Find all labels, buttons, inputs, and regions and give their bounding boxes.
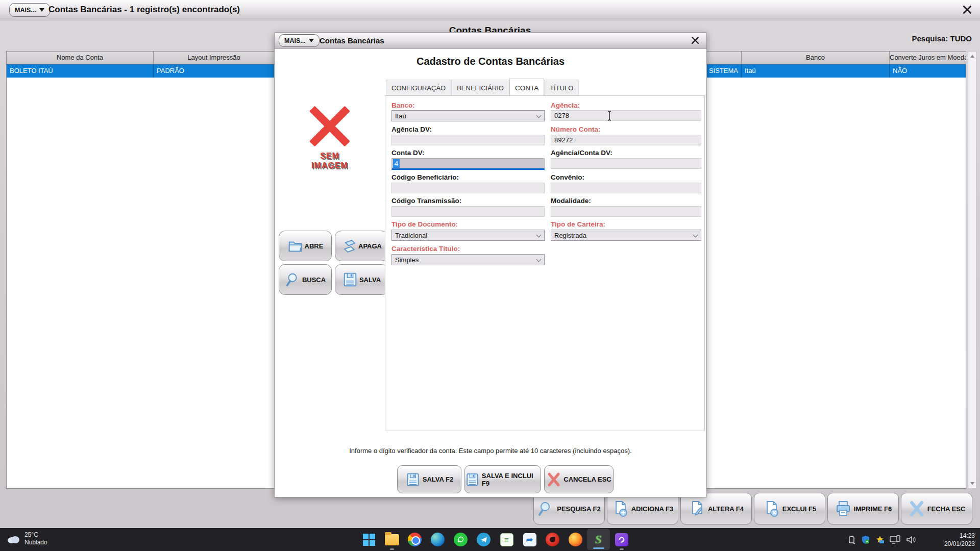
table-vertical-scrollbar[interactable]: [968, 51, 976, 489]
caracteristica-titulo-select[interactable]: Simples: [391, 254, 545, 265]
dialog-heading: Cadastro de Contas Bancárias: [275, 56, 706, 67]
scroll-up-button[interactable]: [968, 52, 976, 60]
column-header-nome-da-conta[interactable]: Nome da Conta: [7, 52, 154, 64]
agencia-dv-input[interactable]: [391, 135, 545, 145]
convenio-input[interactable]: [551, 183, 701, 193]
salva-e-inclui-button[interactable]: SALVA E INCLUI F9: [464, 465, 541, 493]
no-image-text-line1: SEM: [289, 151, 371, 161]
taskbar: 25°C Nublado ≡ ➦ S: [0, 528, 980, 551]
column-header-banco[interactable]: Banco: [742, 52, 890, 64]
codigo-beneficiario-input[interactable]: [391, 183, 545, 193]
main-more-button[interactable]: MAIS...: [9, 3, 50, 17]
cell-nome-da-conta: BOLETO ITAÚ: [7, 64, 154, 78]
modalidade-input[interactable]: [551, 206, 701, 217]
column-header-converte-juros[interactable]: Converte Juros em Moeda: [890, 52, 966, 64]
whatsapp-button[interactable]: [449, 528, 472, 551]
share-app-button[interactable]: ➦: [518, 528, 541, 551]
start-button[interactable]: [357, 528, 380, 551]
cancela-button[interactable]: CANCELA ESC: [544, 465, 614, 493]
whatsapp-icon: [454, 533, 468, 546]
salva-f2-button[interactable]: SALVA F2: [397, 465, 461, 493]
taskbar-icons: ≡ ➦ S: [357, 528, 633, 551]
tipo-carteira-label: Tipo de Carteira:: [551, 220, 701, 228]
network-display-icon[interactable]: [890, 535, 901, 544]
page-add-icon: [612, 500, 629, 517]
red-app-icon: [546, 533, 559, 546]
codigo-transmissao-input[interactable]: [391, 206, 545, 217]
agencia-input[interactable]: [551, 110, 701, 121]
folder-icon: [385, 534, 399, 545]
no-image-x-icon: [308, 104, 352, 148]
altera-button[interactable]: ALTERA F4: [680, 493, 752, 524]
conta-dv-input[interactable]: 4: [391, 158, 545, 170]
modalidade-label: Modalidade:: [551, 197, 701, 205]
dialog-action-buttons: SALVA F2 SALVA E INCLUI F9 CANCELA ESC: [397, 465, 614, 493]
weather-widget[interactable]: 25°C Nublado: [6, 531, 47, 546]
text-cursor: [606, 110, 612, 121]
agencia-conta-dv-input[interactable]: [551, 158, 701, 169]
dialog-more-button[interactable]: MAIS...: [279, 34, 320, 47]
arrow-up-icon: [970, 55, 974, 58]
star-notification-icon[interactable]: [875, 535, 885, 544]
notes-app-icon: ≡: [500, 533, 513, 546]
abre-button[interactable]: ABRE: [279, 231, 332, 261]
chrome-button[interactable]: [403, 528, 426, 551]
apaga-button[interactable]: APAGA: [335, 231, 388, 261]
cancela-label: CANCELA ESC: [564, 475, 611, 483]
page-edit-icon: [689, 500, 706, 517]
telegram-button[interactable]: [472, 528, 495, 551]
taskbar-clock[interactable]: 14:23 20/01/2023: [944, 532, 975, 548]
caracteristica-titulo-select-value: Simples: [395, 256, 419, 264]
clock-time: 14:23: [944, 532, 975, 540]
imprime-button[interactable]: IMPRIME F6: [827, 493, 899, 524]
tab-conta[interactable]: CONTA: [509, 79, 544, 97]
tab-titulo[interactable]: TÍTULO: [544, 80, 579, 96]
firefox-button[interactable]: [564, 528, 587, 551]
pesquisa-button[interactable]: PESQUISA F2: [533, 493, 605, 524]
tipo-documento-select[interactable]: Tradicional: [391, 230, 545, 241]
active-app-button[interactable]: S: [587, 529, 610, 550]
salva-button-label: SALVA: [359, 276, 381, 284]
edge-button[interactable]: [426, 528, 449, 551]
usb-device-icon[interactable]: [848, 535, 856, 544]
chevron-down-icon: [39, 8, 44, 12]
close-icon: [962, 4, 973, 15]
abre-button-label: ABRE: [305, 242, 324, 250]
dialog-more-button-label: MAIS...: [284, 37, 306, 44]
banco-select[interactable]: Itaú: [391, 110, 545, 121]
tipo-carteira-select[interactable]: Registrada: [551, 230, 701, 241]
search-scope-label: Pesquisa: TUDO: [912, 34, 972, 43]
speaker-icon[interactable]: [906, 535, 916, 544]
chevron-down-icon: [536, 113, 542, 118]
chevron-down-icon: [536, 233, 542, 238]
weather-temp: 25°C: [24, 531, 47, 539]
caracteristica-titulo-label: Característica Título:: [391, 245, 545, 253]
notes-app-button[interactable]: ≡: [495, 528, 518, 551]
clock-date: 20/01/2023: [944, 540, 975, 548]
chrome-icon: [408, 533, 422, 546]
agencia-label: Agência:: [551, 102, 701, 109]
system-tray: [848, 528, 916, 551]
adiciona-button[interactable]: ADICIONA F3: [607, 493, 678, 524]
clipchamp-button[interactable]: [610, 528, 633, 551]
column-header-layout-impressao[interactable]: Layout Impressão: [154, 52, 275, 64]
tab-configuracao[interactable]: CONFIGURAÇÃO: [386, 80, 451, 96]
window-close-button[interactable]: [962, 4, 973, 15]
cadastro-dialog: MAIS... Contas Bancárias Cadastro de Con…: [274, 32, 707, 497]
tab-beneficiario[interactable]: BENEFICIÁRIO: [451, 80, 509, 96]
file-explorer-button[interactable]: [380, 528, 403, 551]
dialog-titlebar: MAIS... Contas Bancárias: [275, 33, 706, 49]
numero-conta-input[interactable]: [551, 135, 701, 145]
chevron-down-icon: [309, 39, 314, 42]
dialog-close-button[interactable]: [690, 35, 700, 45]
busca-button[interactable]: BUSCA: [279, 264, 332, 295]
busca-button-label: BUSCA: [302, 276, 326, 284]
fecha-button[interactable]: FECHA ESC: [901, 493, 972, 524]
scroll-down-button[interactable]: [968, 480, 976, 488]
salva-button[interactable]: SALVA: [335, 264, 388, 295]
convenio-label: Convênio:: [551, 173, 701, 181]
red-app-button[interactable]: [541, 528, 564, 551]
security-shield-icon[interactable]: [861, 535, 870, 544]
share-app-icon: ➦: [523, 533, 536, 546]
exclui-button[interactable]: EXCLUI F5: [754, 493, 825, 524]
